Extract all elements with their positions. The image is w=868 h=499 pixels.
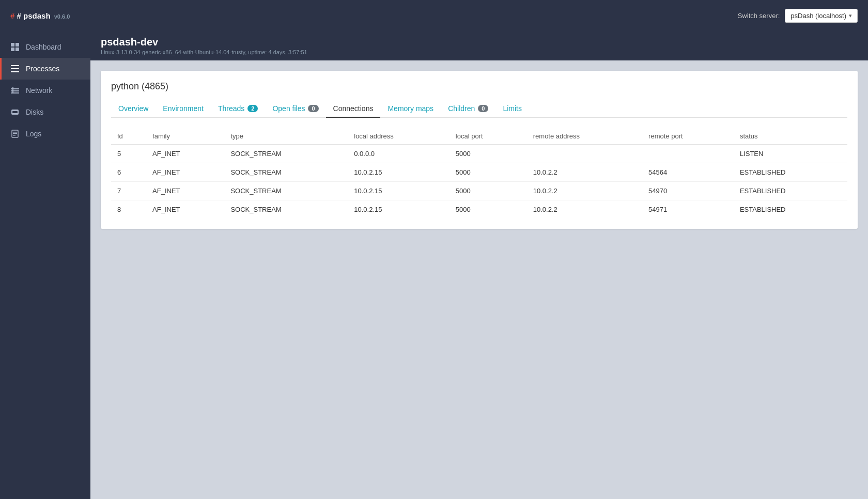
tab-open-files[interactable]: Open files 0 <box>265 100 326 118</box>
tab-children[interactable]: Children 0 <box>441 100 495 118</box>
svg-rect-10 <box>12 87 13 93</box>
sidebar-item-network[interactable]: Network <box>0 80 90 101</box>
top-header: # # psdash v0.6.0 Switch server: psDash … <box>0 0 868 31</box>
cell-2-6: 54970 <box>642 182 734 200</box>
cell-3-0: 8 <box>111 200 146 219</box>
tab-threads-badge: 2 <box>247 105 258 112</box>
svg-rect-14 <box>13 132 17 133</box>
cell-3-4: 5000 <box>450 200 527 219</box>
table-row: 8AF_INETSOCK_STREAM10.0.2.15500010.0.2.2… <box>111 200 847 219</box>
cell-3-5: 10.0.2.2 <box>527 200 642 219</box>
cell-1-6: 54564 <box>642 163 734 182</box>
sidebar-item-disks[interactable]: Disks <box>0 101 90 123</box>
connections-table: fd family type local address local port … <box>111 128 847 219</box>
tab-overview[interactable]: Overview <box>111 100 156 118</box>
col-header-local-address: local address <box>348 128 450 145</box>
cell-3-1: AF_INET <box>146 200 224 219</box>
cell-2-7: ESTABLISHED <box>734 182 847 200</box>
cell-2-1: AF_INET <box>146 182 224 200</box>
col-header-status: status <box>734 128 847 145</box>
col-header-fd: fd <box>111 128 146 145</box>
cell-1-7: ESTABLISHED <box>734 163 847 182</box>
sidebar-item-dashboard[interactable]: Dashboard <box>0 36 90 58</box>
network-icon <box>10 86 20 95</box>
tab-overview-label: Overview <box>118 104 148 113</box>
sidebar: Dashboard Processes Network <box>0 31 90 499</box>
col-header-type: type <box>224 128 348 145</box>
tab-memory-maps[interactable]: Memory maps <box>380 100 441 118</box>
tabs-bar: Overview Environment Threads 2 Open file… <box>111 100 847 118</box>
cell-0-5 <box>527 145 642 163</box>
svg-rect-7 <box>11 88 19 89</box>
cell-3-7: ESTABLISHED <box>734 200 847 219</box>
cell-3-3: 10.0.2.15 <box>348 200 450 219</box>
svg-rect-15 <box>13 133 17 134</box>
svg-rect-2 <box>11 48 14 51</box>
cell-2-0: 7 <box>111 182 146 200</box>
grid-icon <box>10 42 20 52</box>
cell-0-0: 5 <box>111 145 146 163</box>
server-dropdown[interactable]: psDash (localhost) <box>785 9 858 23</box>
disk-icon <box>10 107 20 117</box>
app-title: # # psdash v0.6.0 <box>10 11 70 20</box>
col-header-local-port: local port <box>450 128 527 145</box>
sidebar-item-processes[interactable]: Processes <box>0 58 90 80</box>
cell-0-2: SOCK_STREAM <box>224 145 348 163</box>
table-row: 5AF_INETSOCK_STREAM0.0.0.05000LISTEN <box>111 145 847 163</box>
main-layout: Dashboard Processes Network <box>0 31 868 499</box>
app-title-text: # psdash <box>17 11 51 20</box>
server-switcher: Switch server: psDash (localhost) <box>738 9 858 23</box>
svg-rect-16 <box>13 135 16 136</box>
svg-rect-4 <box>11 65 19 66</box>
col-header-remote-port: remote port <box>642 128 734 145</box>
sidebar-label-dashboard: Dashboard <box>26 43 61 51</box>
content-area: python (4865) Overview Environment Threa… <box>90 60 868 499</box>
cell-1-0: 6 <box>111 163 146 182</box>
cell-1-4: 5000 <box>450 163 527 182</box>
tab-threads[interactable]: Threads 2 <box>211 100 265 118</box>
tab-memory-maps-label: Memory maps <box>388 104 433 113</box>
tab-open-files-label: Open files <box>272 104 305 113</box>
process-title: python (4865) <box>111 81 847 92</box>
logs-icon <box>10 129 20 138</box>
hostname: psdash-dev <box>101 36 858 48</box>
switch-server-label: Switch server: <box>738 12 780 20</box>
svg-rect-1 <box>16 43 19 46</box>
col-header-family: family <box>146 128 224 145</box>
svg-rect-0 <box>11 43 14 46</box>
svg-rect-12 <box>12 111 18 113</box>
tab-environment-label: Environment <box>163 104 204 113</box>
tab-environment[interactable]: Environment <box>156 100 211 118</box>
table-row: 7AF_INETSOCK_STREAM10.0.2.15500010.0.2.2… <box>111 182 847 200</box>
hash-symbol: # <box>10 11 14 20</box>
tab-connections-label: Connections <box>333 104 374 113</box>
table-row: 6AF_INETSOCK_STREAM10.0.2.15500010.0.2.2… <box>111 163 847 182</box>
svg-rect-9 <box>11 92 19 93</box>
sidebar-label-network: Network <box>26 86 52 95</box>
cell-2-5: 10.0.2.2 <box>527 182 642 200</box>
sysinfo: Linux-3.13.0-34-generic-x86_64-with-Ubun… <box>101 49 858 55</box>
col-header-remote-address: remote address <box>527 128 642 145</box>
tab-limits-label: Limits <box>503 104 522 113</box>
svg-rect-5 <box>11 68 19 69</box>
cell-1-2: SOCK_STREAM <box>224 163 348 182</box>
cell-2-4: 5000 <box>450 182 527 200</box>
cell-3-2: SOCK_STREAM <box>224 200 348 219</box>
tab-connections[interactable]: Connections <box>326 100 381 118</box>
svg-rect-8 <box>11 90 19 91</box>
cell-1-3: 10.0.2.15 <box>348 163 450 182</box>
svg-rect-6 <box>11 71 19 72</box>
cell-0-4: 5000 <box>450 145 527 163</box>
tab-limits[interactable]: Limits <box>495 100 529 118</box>
cell-2-2: SOCK_STREAM <box>224 182 348 200</box>
cell-0-1: AF_INET <box>146 145 224 163</box>
tab-children-label: Children <box>448 104 475 113</box>
cell-0-7: LISTEN <box>734 145 847 163</box>
cell-1-1: AF_INET <box>146 163 224 182</box>
sidebar-item-logs[interactable]: Logs <box>0 123 90 145</box>
header-band: psdash-dev Linux-3.13.0-34-generic-x86_6… <box>90 31 868 60</box>
process-panel: python (4865) Overview Environment Threa… <box>101 71 858 229</box>
cell-1-5: 10.0.2.2 <box>527 163 642 182</box>
server-dropdown-value: psDash (localhost) <box>791 12 846 20</box>
sidebar-label-processes: Processes <box>26 65 59 73</box>
